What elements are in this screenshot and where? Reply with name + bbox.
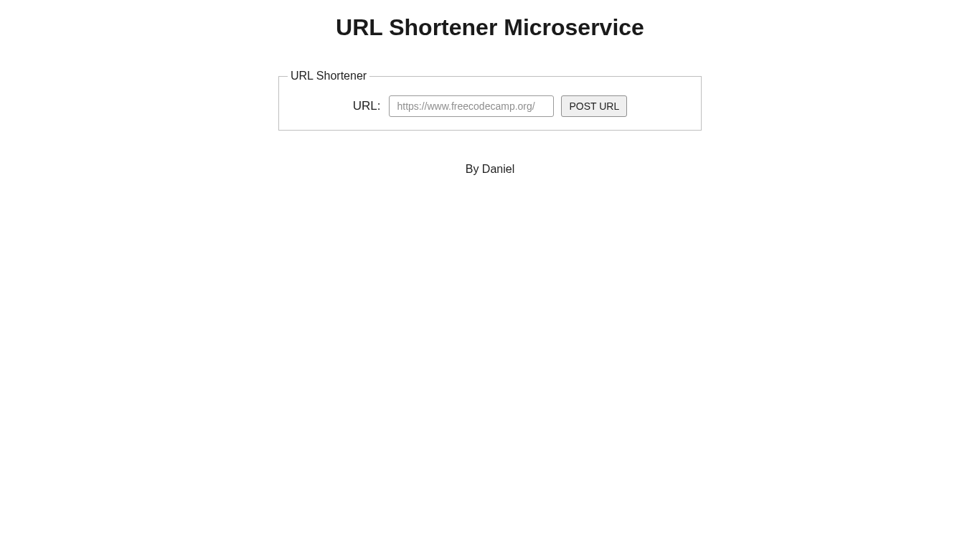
form-fieldset: URL Shortener URL: POST URL (278, 70, 702, 131)
url-label: URL: (353, 99, 381, 113)
footer-credit: By Daniel (0, 163, 980, 176)
url-shortener-form: URL Shortener URL: POST URL (0, 70, 980, 131)
page-title: URL Shortener Microservice (0, 14, 980, 41)
main-container: URL Shortener Microservice URL Shortener… (0, 14, 980, 176)
form-legend: URL Shortener (288, 70, 369, 83)
url-input[interactable] (389, 95, 554, 117)
post-url-button[interactable]: POST URL (561, 95, 627, 117)
form-row: URL: POST URL (353, 95, 628, 117)
